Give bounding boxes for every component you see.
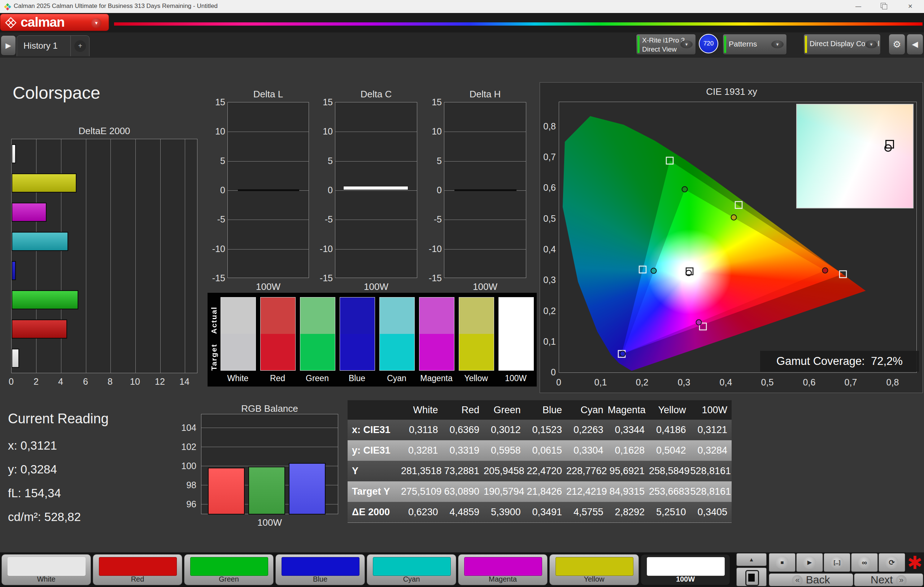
deltae-bar-magenta <box>12 203 46 222</box>
display-control-dropdown[interactable]: Direct Display Control ▼ <box>804 34 881 55</box>
delta-h-plot <box>444 102 526 278</box>
pattern-button-white[interactable]: White <box>2 554 91 585</box>
tick-label: 15 <box>317 97 333 107</box>
calman-logo-text: calman <box>21 15 64 30</box>
tick-label: 0,1 <box>594 377 607 388</box>
back-button[interactable]: « Back <box>769 573 853 586</box>
column-header: 100W <box>690 400 732 420</box>
tick-label: -15 <box>317 273 333 283</box>
tick-label: 15 <box>426 97 442 107</box>
pattern-button-yellow[interactable]: Yellow <box>549 554 639 585</box>
tick-label: 0,6 <box>803 377 816 388</box>
calman-app-icon <box>3 3 12 11</box>
tick-label: -15 <box>210 273 225 283</box>
tab-divider <box>70 36 71 56</box>
pattern-button-green[interactable]: Green <box>184 554 274 585</box>
swatch-column-magenta <box>419 297 454 371</box>
tick-label: 104 <box>180 423 196 433</box>
target-row-label: Target <box>210 336 218 371</box>
page-title: Colorspace <box>13 83 100 103</box>
swatch-column-blue <box>340 297 375 371</box>
play-button[interactable]: ▶ <box>796 553 823 572</box>
patterns-dropdown[interactable]: Patterns ▼ <box>723 34 787 55</box>
gear-icon: ⚙ <box>893 39 901 50</box>
tick-label: -5 <box>210 214 225 225</box>
calman-menu-arrow[interactable]: ▼ <box>91 18 101 28</box>
target-swatch <box>340 334 375 370</box>
cie-title: CIE 1931 xy <box>706 86 757 97</box>
pattern-button-blue[interactable]: Blue <box>276 554 365 585</box>
restore-button[interactable] <box>873 0 894 13</box>
table-value: 0,3118 <box>401 420 442 440</box>
settings-button[interactable]: ⚙ <box>889 34 905 55</box>
next-label: Next <box>871 574 893 585</box>
tick-label: 0,2 <box>540 306 556 316</box>
tick-label: 0,5 <box>540 214 556 224</box>
measured-marker-cyan <box>651 268 657 274</box>
target-swatch <box>459 334 494 370</box>
tick-label: -15 <box>426 273 442 283</box>
row-label: x: CIE31 <box>348 420 401 440</box>
table-value: 205,9458 <box>483 461 525 481</box>
pattern-swatch <box>282 557 360 576</box>
loop-button[interactable]: ∞ <box>851 553 878 572</box>
column-header: Magenta <box>608 400 649 420</box>
table-value: 0,5042 <box>649 440 690 461</box>
target-marker-green <box>666 157 673 164</box>
tick-label: -5 <box>317 214 333 225</box>
reading-x: x: 0,3121 <box>8 439 109 452</box>
pattern-window-button[interactable] <box>736 567 767 586</box>
pattern-button-magenta[interactable]: Magenta <box>458 554 548 585</box>
delta-h-title: Delta H <box>470 89 501 100</box>
deltae-bar-cyan <box>12 232 68 251</box>
table-value: 21,8426 <box>525 481 567 502</box>
tab-history-1[interactable]: History 1 + <box>16 35 89 56</box>
meter-mode: Direct View <box>642 45 677 53</box>
table-value: 258,5849 <box>649 461 690 481</box>
add-tab-button[interactable]: + <box>74 40 86 52</box>
tab-scroll-button[interactable]: ▶ <box>1 35 16 56</box>
rgb-bar-red <box>208 468 245 515</box>
measured-marker-magenta <box>696 320 702 325</box>
pattern-button-cyan[interactable]: Cyan <box>367 554 456 585</box>
pattern-window-raise-button[interactable]: ▲ <box>736 553 767 566</box>
pattern-toolbar: White Red Green Blue Cyan Magenta Yellow <box>0 552 924 587</box>
table-value: 275,5109 <box>401 481 442 502</box>
tick-label: 4 <box>58 377 63 387</box>
tick-label: 10 <box>317 126 333 136</box>
delta-c-plot <box>335 102 417 278</box>
table-value: 0,1628 <box>608 440 649 461</box>
row-label: ΔE 2000 <box>348 502 401 523</box>
calman-menu-button[interactable]: calman ▼ <box>0 14 109 31</box>
pattern-swatch <box>99 557 177 576</box>
row-label: Target Y <box>348 481 401 502</box>
target-marker-yellow <box>735 202 742 209</box>
tick-label: 0 <box>556 377 561 388</box>
delta-l-bar <box>238 189 299 191</box>
refresh-button[interactable]: ⟳ <box>878 553 905 572</box>
pattern-size-button[interactable]: [‥] <box>824 553 850 572</box>
next-button[interactable]: Next » <box>854 573 923 586</box>
pattern-label: Blue <box>276 575 365 584</box>
tick-label: 0,7 <box>540 152 556 162</box>
pattern-button-red[interactable]: Red <box>93 554 182 585</box>
minimize-button[interactable]: — <box>848 0 869 13</box>
pattern-button-100w-selected[interactable]: 100W <box>641 554 730 585</box>
close-button[interactable]: ✕ <box>899 0 921 13</box>
deltae-bar-100w <box>12 144 16 163</box>
meter-calibration-badge[interactable]: 720 <box>699 34 718 53</box>
stop-button[interactable]: ■ <box>769 553 795 572</box>
table-value: 0,5958 <box>483 440 525 461</box>
gamut-coverage-label: Gamut Coverage: <box>776 355 865 367</box>
table-value: 281,3518 <box>401 461 442 481</box>
actual-swatch <box>261 298 295 334</box>
table-value: 0,3281 <box>401 440 442 461</box>
alert-indicator: ✱ <box>906 552 924 573</box>
swatch-column-red <box>260 297 295 371</box>
target-marker-cyan <box>639 266 646 273</box>
current-reading-title: Current Reading <box>8 411 109 427</box>
tick-label: 0,5 <box>761 377 774 388</box>
measured-marker-green <box>682 187 688 192</box>
meter-dropdown[interactable]: X-Rite i1Pro 3 Direct View ▼ <box>636 34 696 55</box>
collapse-panel-button[interactable]: ◀ <box>907 34 923 55</box>
